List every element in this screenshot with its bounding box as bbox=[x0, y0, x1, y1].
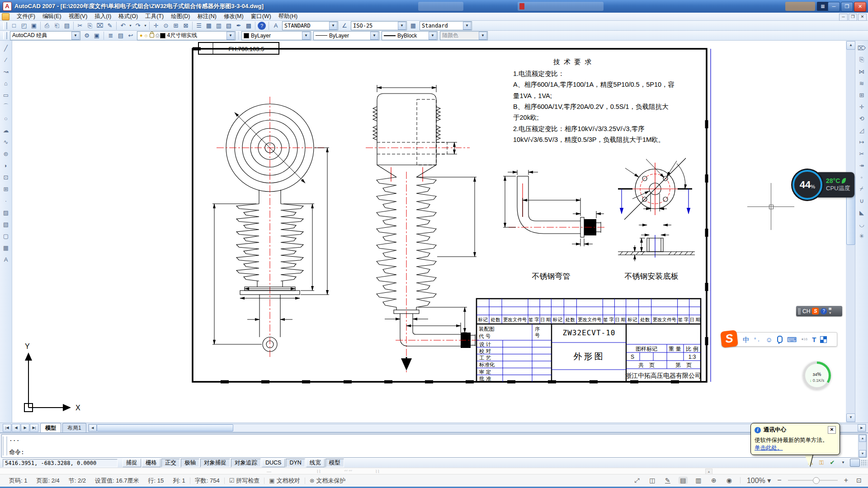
chevron-down-icon[interactable]: ▼ bbox=[302, 32, 310, 40]
layer-thaw-sun-icon[interactable]: ☼ bbox=[144, 33, 148, 38]
chevron-down-icon[interactable]: ▼ bbox=[479, 32, 487, 40]
plot-preview-icon[interactable]: ⎗ bbox=[52, 21, 62, 31]
toolbar-grip[interactable] bbox=[3, 22, 7, 29]
publish-icon[interactable]: ▤ bbox=[62, 21, 72, 31]
wps-item-9[interactable]: ☑拼写检查 bbox=[225, 477, 264, 485]
wps-item-3[interactable]: 设置值: 16.7厘米 bbox=[90, 477, 144, 485]
ime-help-icon[interactable]: ? bbox=[821, 308, 827, 314]
erase-icon[interactable]: ⌦ bbox=[856, 42, 867, 53]
chevron-down-icon[interactable]: ▼ bbox=[398, 22, 406, 30]
wps-item-1[interactable]: 页面: 2/4 bbox=[32, 477, 64, 485]
chevron-down-icon[interactable]: ▼ bbox=[463, 22, 471, 30]
network-speed-widget[interactable]: 34% ↓ 0.1K/s bbox=[803, 361, 831, 389]
sogou-logo-icon[interactable]: S bbox=[720, 330, 738, 348]
spline-icon[interactable]: ∿ bbox=[0, 136, 11, 147]
redo-dropdown-icon[interactable]: ▾ bbox=[143, 21, 148, 31]
minimize-button[interactable]: ─ bbox=[828, 2, 840, 12]
menu-item-6[interactable]: 绘图(D) bbox=[167, 12, 193, 21]
plot-icon[interactable]: ⎙ bbox=[42, 21, 52, 31]
join-icon[interactable]: ∪ bbox=[856, 195, 867, 206]
point-icon[interactable]: ∙ bbox=[0, 195, 11, 206]
save-icon[interactable]: ▣ bbox=[29, 21, 39, 31]
horizontal-scrollbar[interactable]: ◀ ▶ bbox=[88, 424, 866, 432]
web-view-icon[interactable]: ⊕ bbox=[709, 477, 718, 484]
open-icon[interactable]: ◰ bbox=[19, 21, 29, 31]
doc-restore-button[interactable]: ❐ bbox=[849, 14, 857, 21]
menu-item-2[interactable]: 视图(V) bbox=[65, 12, 91, 21]
toolbar-grip[interactable] bbox=[3, 32, 7, 39]
arc-icon[interactable]: ⌒ bbox=[0, 101, 11, 112]
zoom-previous-icon[interactable]: ⊠ bbox=[181, 21, 191, 31]
layer-combo[interactable]: ● ☼ ⎙ 4尺寸细实线 ▼ bbox=[137, 31, 236, 40]
doc-close-button[interactable]: ✕ bbox=[858, 14, 867, 21]
zoom-slider-knob[interactable] bbox=[813, 477, 820, 484]
scroll-left-icon[interactable]: ◀ bbox=[89, 424, 97, 432]
sogou-input-toolbar[interactable]: S 中 °， ☺ ⌨ ●16 T bbox=[722, 332, 837, 347]
status-toggle-对象捕捉[interactable]: 对象捕捉 bbox=[200, 459, 230, 467]
color-combo[interactable]: ByLayer ▼ bbox=[241, 31, 311, 40]
pen-icon[interactable]: ✎ bbox=[663, 477, 672, 484]
soft-keyboard-icon[interactable]: ⌨ bbox=[787, 336, 797, 343]
communication-center-balloon[interactable]: i 通讯中心 ✕ 使软件保持最新的简单方法。 单击此处。 bbox=[750, 423, 840, 455]
minimize-options-icon[interactable]: ▀▾ bbox=[829, 308, 831, 314]
wps-item-11[interactable]: ▣文档校对 bbox=[264, 477, 304, 485]
status-toggle-模型[interactable]: 模型 bbox=[326, 459, 344, 467]
cut-icon[interactable]: ✂ bbox=[75, 21, 85, 31]
dim-style-manager-icon[interactable]: ∠ bbox=[340, 21, 349, 31]
menu-item-4[interactable]: 格式(O) bbox=[115, 12, 142, 21]
multiline-text-icon[interactable]: A bbox=[0, 254, 11, 265]
undo-icon[interactable]: ↶ bbox=[118, 21, 128, 31]
zoom-window-icon[interactable]: ⊞ bbox=[171, 21, 181, 31]
layer-properties-icon[interactable]: ≣ bbox=[106, 31, 116, 41]
undo-dropdown-icon[interactable]: ▾ bbox=[128, 21, 133, 31]
markup-icon[interactable]: ✒ bbox=[234, 21, 244, 31]
menu-item-8[interactable]: 修改(M) bbox=[220, 12, 247, 21]
outline-view-icon[interactable]: ▥ bbox=[694, 477, 703, 484]
construction-line-icon[interactable]: ∕ bbox=[0, 54, 11, 65]
make-block-icon[interactable]: ⊞ bbox=[0, 183, 11, 194]
tool-palettes-icon[interactable]: ▥ bbox=[214, 21, 224, 31]
status-toggle-极轴[interactable]: 极轴 bbox=[181, 459, 199, 467]
break-icon[interactable]: ⌿ bbox=[856, 183, 867, 194]
line-icon[interactable]: ╱ bbox=[0, 42, 11, 53]
titlebar-promo-button[interactable] bbox=[785, 2, 815, 11]
wps-item-5[interactable]: 列: 1 bbox=[168, 477, 189, 485]
chinese-mode-icon[interactable]: 中 bbox=[743, 336, 750, 343]
revision-cloud-icon[interactable]: ☁ bbox=[0, 125, 11, 136]
skin-icon[interactable]: T bbox=[812, 336, 816, 343]
status-toggle-捕捉[interactable]: 捕捉 bbox=[123, 459, 141, 467]
command-prompt[interactable]: 命令: bbox=[9, 448, 857, 456]
layer-plot-icon[interactable]: ⎙ bbox=[156, 33, 160, 38]
clean-screen-icon[interactable] bbox=[850, 459, 860, 467]
polyline-icon[interactable]: ↝ bbox=[0, 66, 11, 77]
menu-item-5[interactable]: 工具(T) bbox=[142, 12, 167, 21]
balloon-close-icon[interactable]: ✕ bbox=[828, 426, 836, 434]
background-window-tab[interactable] bbox=[418, 2, 463, 11]
fit-page-icon[interactable]: ⊡ bbox=[854, 477, 863, 484]
zoom-level[interactable]: 100% ▾ bbox=[747, 476, 771, 485]
scroll-right-icon[interactable]: ▶ bbox=[858, 424, 866, 432]
punctuation-icon[interactable]: °， bbox=[754, 337, 761, 342]
scale-icon[interactable]: ◿ bbox=[856, 125, 867, 136]
tray-chevron-icon[interactable]: ▼ bbox=[839, 459, 847, 466]
chevron-down-icon[interactable]: ▼ bbox=[329, 22, 337, 30]
wps-item-4[interactable]: 行: 15 bbox=[144, 477, 169, 485]
communication-center-icon[interactable]: ✔ bbox=[828, 459, 836, 466]
background-pdf-tab[interactable] bbox=[518, 2, 604, 11]
fullscreen-icon[interactable]: ⤢ bbox=[632, 477, 642, 484]
cpu-monitor-widget[interactable]: 44% 28°C CPU温度 bbox=[793, 170, 854, 200]
close-button[interactable]: ✕ bbox=[854, 2, 866, 12]
ellipse-arc-icon[interactable]: ◗ bbox=[0, 160, 11, 171]
language-indicator[interactable]: CH bbox=[802, 308, 810, 314]
region-icon[interactable]: ▢ bbox=[0, 230, 11, 241]
tab-next-icon[interactable]: ▶ bbox=[21, 424, 29, 432]
tab-prev-icon[interactable]: ◀ bbox=[12, 424, 20, 432]
paste-icon[interactable]: ⌧ bbox=[95, 21, 105, 31]
layer-unlock-icon[interactable] bbox=[150, 33, 154, 38]
wps-item-13[interactable]: ⊗文档未保护 bbox=[305, 477, 350, 485]
text-style-manager-icon[interactable]: A bbox=[271, 21, 281, 31]
menu-item-3[interactable]: 插入(I) bbox=[91, 12, 115, 21]
table-style-manager-icon[interactable]: ▦ bbox=[408, 21, 418, 31]
text-style-combo[interactable]: STANDARD ▼ bbox=[282, 21, 338, 30]
chevron-down-icon[interactable]: ▼ bbox=[429, 32, 437, 40]
